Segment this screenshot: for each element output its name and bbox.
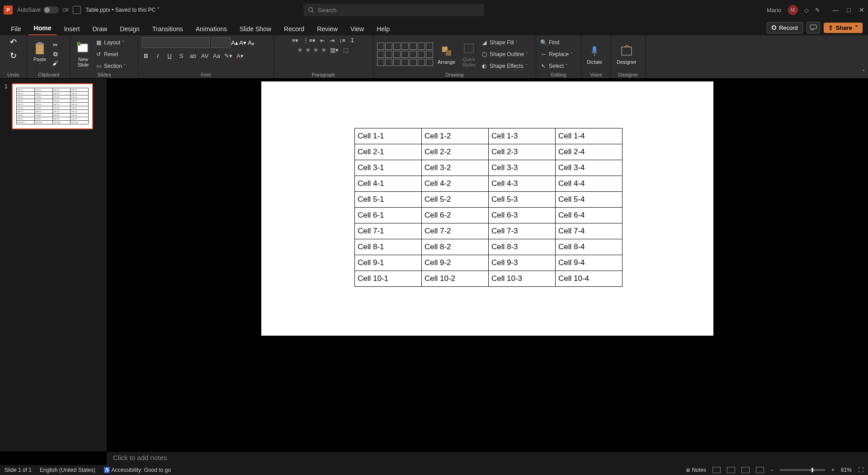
replace-button[interactable]: ↔Replace˅	[540, 49, 573, 59]
table-cell[interactable]: Cell 9-1	[17, 117, 35, 121]
table-cell[interactable]: Cell 8-2	[422, 239, 489, 255]
table-cell[interactable]: Cell 1-1	[355, 128, 422, 144]
table-cell[interactable]: Cell 2-2	[422, 144, 489, 160]
section-button[interactable]: ▭Section˅	[95, 61, 126, 71]
table-cell[interactable]: Cell 9-2	[34, 117, 52, 121]
tab-design[interactable]: Design	[114, 23, 145, 35]
table-cell[interactable]: Cell 7-3	[52, 110, 71, 114]
slide-table[interactable]: Cell 1-1Cell 1-2Cell 1-3Cell 1-4Cell 2-1…	[354, 128, 623, 287]
user-avatar[interactable]: M	[788, 5, 798, 15]
cut-icon[interactable]: ✂	[52, 42, 59, 49]
table-cell[interactable]: Cell 4-3	[489, 176, 556, 192]
layout-button[interactable]: ▦Layout˅	[95, 38, 126, 48]
table-cell[interactable]: Cell 1-4	[556, 128, 623, 144]
tab-home[interactable]: Home	[28, 22, 57, 35]
font-color-icon[interactable]: A▾	[236, 52, 244, 59]
search-input[interactable]: Search	[303, 4, 484, 16]
table-cell[interactable]: Cell 2-3	[52, 92, 71, 95]
slideshow-view-icon[interactable]	[756, 467, 764, 473]
table-cell[interactable]: Cell 5-3	[489, 192, 556, 208]
zoom-slider[interactable]	[780, 469, 825, 471]
table-cell[interactable]: Cell 2-4	[71, 92, 89, 95]
collapse-ribbon-icon[interactable]: ˅	[862, 69, 865, 76]
table-cell[interactable]: Cell 3-2	[422, 160, 489, 176]
increase-font-icon[interactable]: A▴	[231, 39, 239, 46]
table-cell[interactable]: Cell 3-3	[489, 160, 556, 176]
table-cell[interactable]: Cell 10-1	[355, 271, 422, 287]
table-cell[interactable]: Cell 1-3	[52, 88, 71, 92]
tab-animations[interactable]: Animations	[190, 23, 232, 35]
user-name[interactable]: Mario	[767, 7, 782, 14]
language-button[interactable]: English (United States)	[40, 467, 95, 473]
close-button[interactable]: ✕	[859, 6, 864, 14]
record-button[interactable]: Record	[767, 22, 803, 33]
smartart-icon[interactable]: ⬚	[343, 47, 349, 53]
slide-canvas[interactable]: Cell 1-1Cell 1-2Cell 1-3Cell 1-4Cell 2-1…	[107, 79, 868, 451]
table-cell[interactable]: Cell 6-3	[489, 208, 556, 223]
tab-draw[interactable]: Draw	[87, 23, 113, 35]
tab-transitions[interactable]: Transitions	[147, 23, 189, 35]
table-cell[interactable]: Cell 9-4	[71, 117, 89, 121]
table-cell[interactable]: Cell 6-1	[17, 106, 35, 110]
table-cell[interactable]: Cell 9-4	[556, 255, 623, 271]
paste-button[interactable]: Paste ˅	[31, 40, 49, 68]
table-cell[interactable]: Cell 1-2	[422, 128, 489, 144]
table-cell[interactable]: Cell 8-3	[489, 239, 556, 255]
table-cell[interactable]: Cell 8-1	[355, 239, 422, 255]
undo-icon[interactable]: ↶	[10, 37, 17, 47]
zoom-in-button[interactable]: +	[831, 467, 835, 473]
select-button[interactable]: ↖Select˅	[540, 61, 573, 71]
table-cell[interactable]: Cell 6-2	[34, 106, 52, 110]
table-cell[interactable]: Cell 6-3	[52, 106, 71, 110]
minimize-button[interactable]: —	[833, 6, 839, 14]
table-cell[interactable]: Cell 9-1	[355, 255, 422, 271]
table-cell[interactable]: Cell 7-4	[556, 223, 623, 239]
table-cell[interactable]: Cell 2-2	[34, 92, 52, 95]
table-cell[interactable]: Cell 10-2	[422, 271, 489, 287]
table-cell[interactable]: Cell 2-4	[556, 144, 623, 160]
table-cell[interactable]: Cell 8-4	[556, 239, 623, 255]
table-cell[interactable]: Cell 10-3	[52, 121, 71, 124]
autosave-toggle[interactable]: AutoSave Off	[17, 6, 68, 14]
font-size-input[interactable]	[212, 37, 231, 48]
table-cell[interactable]: Cell 1-2	[34, 88, 52, 92]
table-cell[interactable]: Cell 6-2	[422, 208, 489, 223]
normal-view-icon[interactable]	[712, 467, 721, 473]
table-cell[interactable]: Cell 5-3	[52, 103, 71, 106]
strike-button[interactable]: S	[177, 52, 185, 59]
table-cell[interactable]: Cell 6-1	[355, 208, 422, 223]
comments-button[interactable]	[807, 22, 820, 33]
table-cell[interactable]: Cell 9-3	[489, 255, 556, 271]
format-painter-icon[interactable]: 🖌	[52, 60, 59, 67]
tab-slideshow[interactable]: Slide Show	[234, 23, 277, 35]
tab-record[interactable]: Record	[278, 23, 310, 35]
align-center-icon[interactable]: ≡	[306, 47, 310, 53]
table-cell[interactable]: Cell 4-2	[34, 99, 52, 103]
table-cell[interactable]: Cell 5-1	[17, 103, 35, 106]
table-cell[interactable]: Cell 4-2	[422, 176, 489, 192]
zoom-level[interactable]: 81%	[841, 467, 852, 473]
table-cell[interactable]: Cell 7-2	[422, 223, 489, 239]
table-cell[interactable]: Cell 7-3	[489, 223, 556, 239]
tab-review[interactable]: Review	[311, 23, 343, 35]
highlight-icon[interactable]: ✎▾	[224, 52, 232, 59]
notes-toggle[interactable]: ≣ Notes	[686, 467, 706, 473]
table-cell[interactable]: Cell 5-4	[556, 192, 623, 208]
table-cell[interactable]: Cell 10-4	[556, 271, 623, 287]
align-right-icon[interactable]: ≡	[314, 47, 318, 53]
table-cell[interactable]: Cell 9-3	[52, 117, 71, 121]
table-cell[interactable]: Cell 6-4	[556, 208, 623, 223]
diamond-icon[interactable]: ◇	[804, 7, 809, 14]
shape-effects-button[interactable]: ◐Shape Effects˅	[481, 61, 528, 71]
share-button[interactable]: ⇧ Share ˅	[824, 23, 863, 33]
table-cell[interactable]: Cell 3-1	[355, 160, 422, 176]
designer-button[interactable]: Designer	[615, 43, 638, 66]
tab-insert[interactable]: Insert	[58, 23, 85, 35]
table-cell[interactable]: Cell 5-2	[34, 103, 52, 106]
table-cell[interactable]: Cell 7-2	[34, 110, 52, 114]
table-cell[interactable]: Cell 4-1	[355, 176, 422, 192]
table-cell[interactable]: Cell 5-2	[422, 192, 489, 208]
bullets-icon[interactable]: ≡▾	[292, 37, 299, 44]
table-cell[interactable]: Cell 8-3	[52, 114, 71, 117]
coming-soon-icon[interactable]: ✎	[815, 7, 820, 14]
